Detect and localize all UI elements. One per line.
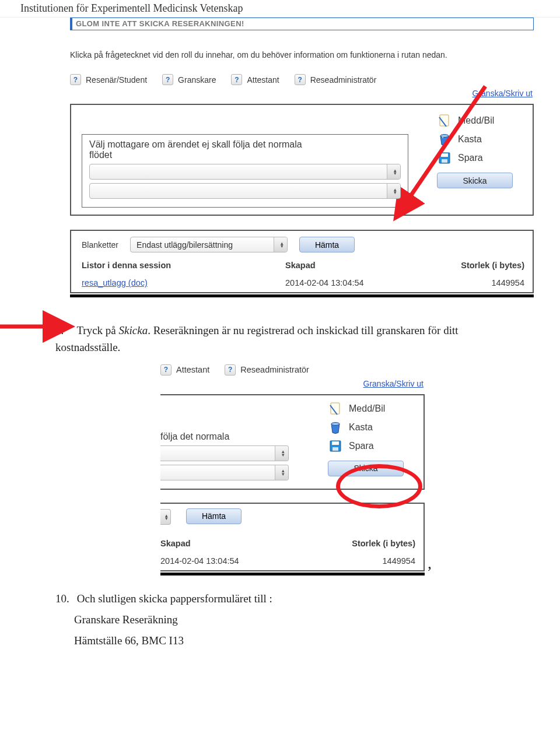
panel-blanketter-cropped: ▴▾ Hämta Skapad Storlek (i bytes) 2014-0… xyxy=(160,503,425,571)
session-list-header: Listor i denna session Skapad Storlek (i… xyxy=(82,261,524,270)
action-label: Kasta xyxy=(349,422,373,433)
chevron-updown-icon: ▴▾ xyxy=(282,450,285,457)
role-label: Attestant xyxy=(176,365,209,374)
col-storlek: Storlek (i bytes) xyxy=(419,261,524,270)
granska-skriv-ut-link[interactable]: Granska/Skriv ut xyxy=(363,379,424,388)
svg-rect-13 xyxy=(332,447,338,451)
screenshot-border xyxy=(160,573,425,575)
chevron-updown-icon: ▴▾ xyxy=(165,514,168,520)
action-spara[interactable]: Spara xyxy=(437,150,524,166)
hamta-button[interactable]: Hämta xyxy=(186,508,242,524)
granska-skriv-ut-link[interactable]: Granska/Skriv ut xyxy=(473,89,533,98)
help-icon[interactable]: ? xyxy=(70,74,81,85)
step-10-text: 10. Och slutligen skicka pappersformulär… xyxy=(55,588,525,651)
action-label: Spara xyxy=(458,153,483,163)
recipient-dropdown-partial[interactable]: ▴▾ xyxy=(160,445,289,461)
recipient-dropdown-2[interactable]: ▴▾ xyxy=(89,183,401,199)
action-label: Medd/Bil xyxy=(349,403,385,414)
col-storlek: Storlek (i bytes) xyxy=(295,539,415,548)
note-icon xyxy=(437,113,452,128)
help-icon[interactable]: ? xyxy=(295,74,306,85)
recipient-dropdown-partial[interactable]: ▴▾ xyxy=(160,465,289,480)
action-label: Medd/Bil xyxy=(458,115,494,126)
role-resenar: ? Resenär/Student xyxy=(70,74,147,85)
recipient-dropdown-1[interactable]: ▴▾ xyxy=(89,164,401,180)
skicka-button[interactable]: Skicka xyxy=(437,173,513,188)
action-kasta[interactable]: Kasta xyxy=(437,132,524,147)
col-skapad: Skapad xyxy=(160,539,289,548)
note-icon xyxy=(328,401,343,416)
step-9-text: 9. Tryck på Skicka. Reseräkningen är nu … xyxy=(55,322,525,356)
screenshot-2: ? Attestant ? Reseadministratör Granska/… xyxy=(160,364,425,571)
step-text-b: Skicka xyxy=(119,324,148,336)
svg-rect-6 xyxy=(442,159,447,163)
step-line-1: Och slutligen skicka pappersformuläret t… xyxy=(77,592,272,605)
save-icon xyxy=(437,150,452,166)
role-reseadmin: ? Reseadministratör xyxy=(295,74,377,85)
step-line-2: Granskare Reseräkning xyxy=(55,609,525,630)
panel-blanketter: Blanketter Endast utlägg/bilersättning ▴… xyxy=(70,230,534,293)
col-skapad: Skapad xyxy=(285,261,419,270)
svg-rect-5 xyxy=(441,153,448,157)
hamta-button[interactable]: Hämta xyxy=(299,237,355,252)
role-label: Granskare xyxy=(178,75,216,85)
svg-point-3 xyxy=(440,135,449,138)
action-medd-bil[interactable]: Medd/Bil xyxy=(328,401,415,416)
svg-rect-12 xyxy=(332,441,339,445)
step-number: 9. xyxy=(55,322,74,339)
role-granskare: ? Granskare xyxy=(162,74,216,85)
trailing-comma: , xyxy=(428,554,432,573)
help-icon[interactable]: ? xyxy=(231,74,242,85)
action-kasta[interactable]: Kasta xyxy=(328,420,415,435)
chevron-updown-icon: ▴▾ xyxy=(394,169,397,175)
role-label: Attestant xyxy=(247,75,279,85)
skicka-button[interactable]: Skicka xyxy=(328,461,404,476)
col-session: Listor i denna session xyxy=(82,261,285,270)
step-number: 10. xyxy=(55,588,74,609)
panel-recipient-actions: Välj mottagare om ärendet ej skall följa… xyxy=(70,104,534,216)
file-date: 2014-02-04 13:04:54 xyxy=(285,278,419,287)
file-size: 1449954 xyxy=(295,556,415,566)
help-icon[interactable]: ? xyxy=(162,74,173,85)
partial-label: följa det normala xyxy=(160,401,317,442)
file-link[interactable]: resa_utlagg (doc) xyxy=(82,278,285,287)
reminder-banner: GLOM INTE ATT SKICKA RESERAKNINGEN! xyxy=(70,17,534,30)
chevron-updown-icon: ▴▾ xyxy=(282,469,285,476)
action-spara[interactable]: Spara xyxy=(328,438,415,454)
role-attestant: ? Attestant xyxy=(231,74,279,85)
roles-row: ? Resenär/Student ? Granskare ? Attestan… xyxy=(70,74,534,85)
svg-point-10 xyxy=(331,422,340,425)
intro-text: Klicka på frågetecknet vid den roll du i… xyxy=(70,49,534,61)
help-icon[interactable]: ? xyxy=(160,364,172,375)
blanketter-label: Blanketter xyxy=(82,240,118,250)
recipient-fieldset: Välj mottagare om ärendet ej skall följa… xyxy=(82,134,408,208)
dropdown-partial-icon[interactable]: ▴▾ xyxy=(160,509,171,525)
session-list-row: resa_utlagg (doc) 2014-02-04 13:04:54 14… xyxy=(82,278,524,287)
page-header: Institutionen för Experimentell Medicins… xyxy=(0,0,560,17)
action-medd-bil[interactable]: Medd/Bil xyxy=(437,113,524,128)
dropdown-value: Endast utlägg/bilersättning xyxy=(136,240,233,250)
step-text-a: Tryck på xyxy=(76,324,118,336)
action-label: Kasta xyxy=(458,134,482,145)
role-label: Reseadministratör xyxy=(240,365,309,374)
blanketter-dropdown[interactable]: Endast utlägg/bilersättning ▴▾ xyxy=(130,237,288,252)
step-line-3: Hämtställe 66, BMC I13 xyxy=(55,630,525,651)
screenshot-1: GLOM INTE ATT SKICKA RESERAKNINGEN! Klic… xyxy=(70,17,534,293)
save-icon xyxy=(328,438,343,454)
chevron-updown-icon: ▴▾ xyxy=(394,188,397,194)
granska-link-wrap: Granska/Skriv ut xyxy=(70,89,533,98)
trash-icon xyxy=(437,132,452,147)
screenshot-border xyxy=(70,294,534,297)
file-date: 2014-02-04 13:04:54 xyxy=(160,556,289,566)
role-label: Resenär/Student xyxy=(86,75,147,85)
help-icon[interactable]: ? xyxy=(225,364,236,375)
chevron-updown-icon: ▴▾ xyxy=(281,241,284,248)
action-label: Spara xyxy=(349,441,374,451)
file-size: 1449954 xyxy=(419,278,524,287)
trash-icon xyxy=(328,420,343,435)
panel-actions-cropped: följa det normala ▴▾ ▴▾ Medd/Bil xyxy=(160,394,425,490)
role-label: Reseadministratör xyxy=(310,75,377,85)
fieldset-label-line1: Välj mottagare om ärendet ej skall följa… xyxy=(89,139,302,149)
fieldset-label-line2: flödet xyxy=(89,150,112,160)
